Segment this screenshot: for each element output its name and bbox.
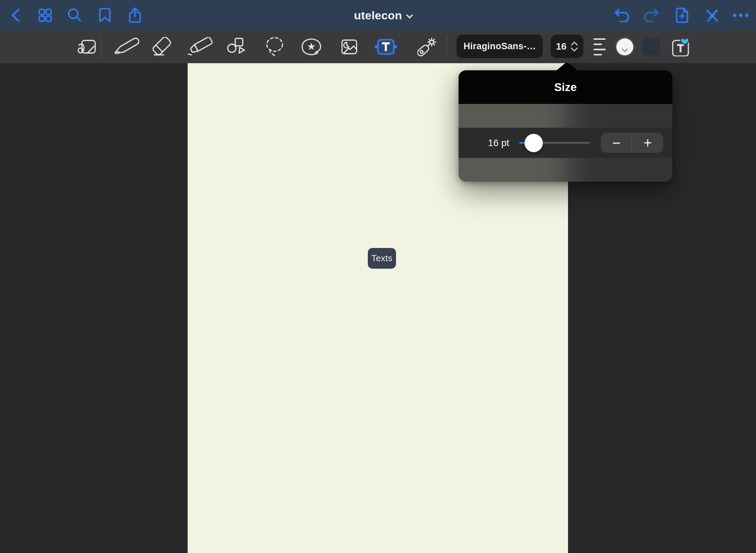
add-page-icon (675, 7, 689, 23)
add-page-button[interactable] (674, 0, 689, 30)
more-button[interactable] (732, 0, 749, 30)
favorite-text-style-icon (671, 37, 691, 56)
laser-pointer-icon (417, 37, 437, 57)
eraser-tool[interactable] (152, 30, 173, 63)
title-chevron-down-icon (406, 14, 413, 19)
pen-tool[interactable] (111, 30, 141, 63)
goodnotes-screen: Texts utelecon (0, 0, 756, 553)
highlighter-tool[interactable] (186, 30, 213, 63)
tool-bar: HiraginoSans-… 16 (0, 30, 756, 63)
image-tool[interactable] (341, 30, 357, 63)
shapes-icon (226, 37, 247, 56)
lasso-tool[interactable] (265, 30, 284, 63)
stop-editing-button[interactable] (704, 0, 719, 30)
undo-icon (615, 8, 630, 22)
eraser-icon (152, 37, 173, 57)
document-title-button[interactable]: utelecon (0, 0, 756, 30)
more-icon (733, 13, 749, 17)
shapes-tool[interactable] (226, 30, 247, 63)
text-tool[interactable] (374, 30, 397, 63)
text-box[interactable]: Texts (368, 248, 396, 269)
size-slider-thumb[interactable] (525, 134, 543, 152)
toolbar-divider-2 (447, 35, 447, 58)
text-box-content: Texts (371, 253, 392, 264)
popover-arrow (555, 62, 579, 71)
size-value-label: 16 pt (488, 128, 509, 158)
font-family-button[interactable]: HiraginoSans-… (457, 35, 543, 58)
font-family-label: HiraginoSans-… (464, 41, 536, 52)
undo-button[interactable] (614, 0, 630, 30)
redo-button[interactable] (643, 0, 659, 30)
highlighter-icon (186, 37, 213, 57)
text-align-button[interactable] (592, 30, 607, 63)
popover-header: Size (459, 70, 672, 104)
favorite-text-style-button[interactable] (671, 30, 691, 63)
elements-tool[interactable] (301, 30, 322, 63)
size-control-row: 16 pt − + (459, 128, 672, 158)
redo-icon (644, 8, 659, 22)
size-stepper: − + (601, 133, 663, 153)
laser-pointer-tool[interactable] (417, 30, 437, 63)
text-color-button[interactable] (615, 30, 635, 63)
text-color-icon (615, 37, 635, 57)
image-icon (341, 39, 357, 54)
font-size-value: 16 (556, 41, 566, 52)
paper-style-tool[interactable] (77, 30, 97, 63)
size-stepper-chevrons-icon (570, 41, 578, 52)
paper-style-icon (77, 38, 96, 56)
navigation-bar: utelecon (0, 0, 756, 30)
increase-size-button[interactable]: + (632, 133, 663, 153)
text-tool-selected-icon (374, 37, 397, 56)
background-color-swatch[interactable] (642, 38, 660, 55)
elements-sticker-icon (301, 38, 322, 55)
toolbar-divider (101, 35, 101, 58)
size-popover: Size 16 pt − + (459, 70, 672, 182)
stop-editing-icon (705, 8, 719, 22)
popover-title: Size (554, 81, 577, 94)
decrease-size-button[interactable]: − (601, 133, 632, 153)
text-align-icon (594, 38, 606, 56)
document-title: utelecon (354, 8, 402, 22)
pen-icon (111, 37, 141, 57)
font-size-button[interactable]: 16 (551, 35, 583, 58)
lasso-icon (265, 37, 284, 57)
